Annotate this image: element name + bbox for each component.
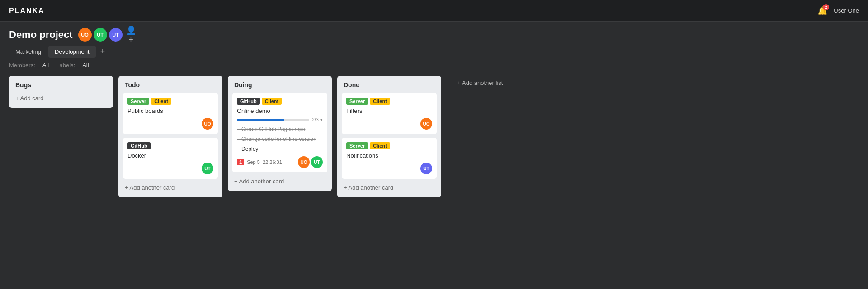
label-server: Server	[127, 98, 149, 105]
label-github-doing: GitHub	[237, 98, 260, 105]
card-public-boards-footer: UO	[127, 118, 213, 130]
card-public-boards-avatar: UO	[202, 118, 213, 130]
list-todo: Todo Server Client Public boards UO GitH…	[118, 76, 222, 197]
list-bugs: Bugs + Add card	[9, 76, 113, 108]
app-logo: PLANKA	[9, 7, 45, 15]
progress-row: 2/3 ▾	[237, 117, 323, 123]
project-header: Demo project UO UT UT 👤+	[0, 22, 868, 42]
label-client-doing: Client	[262, 98, 282, 105]
list-doing: Doing ✏️ GitHub Client Online demo 2/3 ▾…	[228, 76, 332, 191]
card-public-boards-labels: Server Client	[127, 98, 213, 105]
add-tab-button[interactable]: +	[97, 45, 109, 58]
card-docker-footer: UT	[127, 163, 213, 174]
card-filters-labels: Server Client	[346, 98, 432, 105]
label-server-filters: Server	[346, 98, 368, 105]
label-client-filters: Client	[370, 98, 390, 105]
checklist-item-1: – Create GitHub Pages repo	[237, 126, 323, 133]
label-client: Client	[151, 98, 171, 105]
card-notifications-labels: Server Client	[346, 142, 432, 149]
notifications-button[interactable]: 🔔 2	[817, 6, 827, 16]
card-filters-avatar: UO	[420, 118, 432, 130]
add-list-label: + Add another list	[458, 79, 503, 86]
notification-badge: 2	[823, 4, 829, 10]
card-filters-title: Filters	[346, 107, 432, 114]
list-done-title: Done	[342, 80, 437, 89]
user-label: User One	[834, 7, 859, 14]
card-meta-avatars: UO UT	[298, 156, 323, 168]
add-member-button[interactable]: 👤+	[124, 28, 138, 42]
topnav: PLANKA 🔔 2 User One	[0, 0, 868, 22]
avatar-ut2[interactable]: UT	[109, 28, 123, 42]
add-card-doing-button[interactable]: + Add another card	[232, 176, 327, 186]
project-title: Demo project	[9, 29, 73, 41]
list-bugs-title: Bugs	[14, 80, 108, 89]
card-notifications-title: Notifications	[346, 152, 432, 159]
add-card-done-button[interactable]: + Add another card	[342, 182, 437, 193]
project-avatar-group: UO UT UT 👤+	[78, 28, 138, 42]
label-client-notif: Client	[370, 142, 390, 149]
board: Bugs + Add card Todo Server Client Publi…	[0, 72, 868, 206]
card-online-demo-labels: GitHub Client	[237, 98, 323, 105]
checklist-item-2: – Change code for offline version	[237, 135, 323, 143]
card-meta-avatar-uo: UO	[298, 156, 310, 168]
card-meta-avatar-ut: UT	[311, 156, 323, 168]
labels-filter-label: Labels:	[56, 62, 75, 69]
card-docker-avatar: UT	[202, 163, 213, 174]
members-filter-value[interactable]: All	[42, 62, 49, 69]
add-card-todo-button[interactable]: + Add another card	[123, 182, 218, 193]
card-meta: 1 Sep 5 22:26:31 UO UT	[237, 156, 323, 168]
card-docker[interactable]: GitHub Docker UT	[123, 138, 218, 179]
card-notifications-avatar: UT	[420, 163, 432, 174]
card-online-demo[interactable]: ✏️ GitHub Client Online demo 2/3 ▾ – Cre…	[232, 93, 327, 172]
progress-bar-fill	[237, 119, 284, 121]
add-list-button[interactable]: + + Add another list	[447, 76, 519, 90]
list-doing-title: Doing	[232, 80, 327, 89]
filter-bar: Members: All Labels: All	[0, 58, 868, 72]
card-meta-date: Sep 5 22:26:31	[247, 159, 282, 165]
card-meta-badge: 1	[237, 159, 244, 165]
progress-bar-wrap	[237, 119, 309, 121]
label-server-notif: Server	[346, 142, 368, 149]
list-todo-title: Todo	[123, 80, 218, 89]
card-notifications-footer: UT	[346, 163, 432, 174]
avatar-ut1[interactable]: UT	[94, 28, 107, 42]
card-online-demo-title: Online demo	[237, 107, 323, 114]
add-card-bugs-button[interactable]: + Add card	[14, 93, 108, 103]
card-filters[interactable]: Server Client Filters UO	[342, 93, 437, 134]
checklist-item-3: – Deploy	[237, 145, 323, 153]
avatar-uo[interactable]: UO	[78, 28, 92, 42]
progress-label: 2/3 ▾	[312, 117, 323, 123]
tab-marketing[interactable]: Marketing	[9, 46, 47, 58]
list-done: Done Server Client Filters UO Server Cli…	[337, 76, 441, 197]
topnav-right: 🔔 2 User One	[817, 6, 859, 16]
card-notifications[interactable]: Server Client Notifications UT	[342, 138, 437, 179]
members-filter-label: Members:	[9, 62, 35, 69]
card-docker-labels: GitHub	[127, 142, 213, 149]
card-docker-title: Docker	[127, 152, 213, 159]
card-public-boards-title: Public boards	[127, 107, 213, 114]
tab-development[interactable]: Development	[48, 46, 96, 58]
card-filters-footer: UO	[346, 118, 432, 130]
label-github: GitHub	[127, 142, 151, 149]
labels-filter-value[interactable]: All	[82, 62, 89, 69]
add-list-icon: +	[451, 79, 455, 86]
card-public-boards[interactable]: Server Client Public boards UO	[123, 93, 218, 134]
